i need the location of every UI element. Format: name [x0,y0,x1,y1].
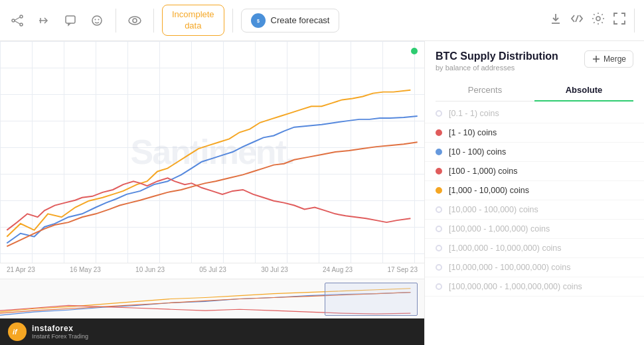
svg-text:$: $ [257,19,260,24]
merge-icon [592,54,601,64]
legend-item[interactable]: [0.1 - 1) coins [425,104,644,123]
legend-dot [436,129,442,136]
code-icon[interactable] [570,13,584,27]
emoji-icon[interactable] [86,10,108,31]
tab-absolute[interactable]: Absolute [534,80,633,102]
x-axis-labels: 21 Apr 23 16 May 23 10 Jun 23 05 Jul 23 … [0,266,424,273]
mini-chart[interactable] [0,279,424,318]
legend-label: [10,000 - 100,000) coins [449,205,538,214]
svg-point-11 [129,17,141,25]
legend-label: [10,000,000 - 100,000,000) coins [449,263,570,272]
svg-point-0 [12,19,15,22]
svg-line-3 [15,17,20,21]
svg-text:if: if [13,328,18,336]
chart-canvas: Santiment. [0,41,424,263]
svg-rect-7 [66,16,75,23]
divider-3 [232,9,233,33]
divider-4 [634,9,635,33]
instaforex-name: instaforex [32,324,88,333]
node-icon[interactable] [7,10,28,31]
x-axis: 21 Apr 23 16 May 23 10 Jun 23 05 Jul 23 … [0,263,424,279]
arrow-icon[interactable] [33,10,54,31]
svg-point-18 [596,17,600,21]
legend-item[interactable]: [10 - 100) coins [425,143,644,162]
legend-label: [100 - 1,000) coins [449,167,518,176]
legend-label: [1 - 10) coins [449,128,497,137]
comment-icon[interactable] [60,10,81,31]
legend-label: [1,000 - 10,000) coins [449,186,529,195]
legend-item[interactable]: [1 - 10) coins [425,123,644,143]
mini-chart-selector[interactable] [325,283,418,316]
toolbar-right-icons [549,12,626,29]
legend-dot [436,110,442,117]
x-label-2: 16 May 23 [70,266,101,273]
divider-2 [153,9,154,33]
svg-point-9 [95,19,96,20]
instaforex-text: instaforex Instant Forex Trading [32,324,88,340]
legend-dot [436,187,442,194]
fullscreen-icon[interactable] [613,12,626,29]
instaforex-bar: if instaforex Instant Forex Trading [0,318,424,345]
forecast-icon: $ [251,13,266,28]
x-label-4: 05 Jul 23 [199,266,226,273]
legend-dot [436,245,442,251]
legend-item[interactable]: [1,000 - 10,000) coins [425,181,644,200]
x-label-3: 10 Jun 23 [135,266,165,273]
svg-point-10 [98,19,100,20]
settings-icon[interactable] [592,12,605,29]
instaforex-logo: if [8,322,27,341]
x-label-5: 30 Jul 23 [261,266,288,273]
svg-line-17 [576,15,578,22]
main-area: Santiment. 21 Apr 23 16 May 23 10 Jun 23… [0,41,644,345]
incomplete-data-button[interactable]: Incomplete data [162,5,224,36]
legend-item[interactable]: [1,000,000 - 10,000,000) coins [425,239,644,258]
legend-label: [10 - 100) coins [449,147,506,157]
legend-dot [436,149,442,155]
legend-label: [0.1 - 1) coins [449,109,499,118]
legend-item[interactable]: [100,000,000 - 1,000,000,000) coins [425,277,644,297]
svg-point-1 [20,15,23,18]
eye-icon[interactable] [124,10,145,31]
legend-item[interactable]: [10,000,000 - 100,000,000) coins [425,258,644,277]
legend-item[interactable]: [100,000 - 1,000,000) coins [425,220,644,239]
legend-label: [1,000,000 - 10,000,000) coins [449,243,562,253]
svg-point-2 [20,23,23,26]
panel-header: BTC Supply Distribution by balance of ad… [425,41,644,102]
legend-dot [436,283,442,290]
right-panel: BTC Supply Distribution by balance of ad… [425,41,644,345]
legend-item[interactable]: [10,000 - 100,000) coins [425,200,644,220]
download-icon[interactable] [549,12,562,29]
legend-dot [436,264,442,271]
legend-list: [0.1 - 1) coins[1 - 10) coins[10 - 100) … [425,102,644,345]
chart-area: Santiment. 21 Apr 23 16 May 23 10 Jun 23… [0,41,425,345]
create-forecast-button[interactable]: $ Create forecast [241,9,340,33]
chart-svg [0,41,424,263]
legend-dot [436,226,442,232]
x-label-1: 21 Apr 23 [7,266,35,273]
legend-dot [436,206,442,213]
instaforex-tagline: Instant Forex Trading [32,333,88,340]
legend-dot [436,168,442,174]
svg-line-4 [15,21,20,24]
svg-point-12 [133,19,137,23]
tab-percents[interactable]: Percents [436,80,534,102]
svg-point-8 [92,16,102,25]
toolbar: Incomplete data $ Create forecast [0,0,644,41]
legend-item[interactable]: [100 - 1,000) coins [425,162,644,181]
legend-label: [100,000,000 - 1,000,000,000) coins [449,282,582,291]
x-label-7: 17 Sep 23 [387,266,418,273]
x-label-6: 24 Aug 23 [323,266,353,273]
divider-1 [116,9,116,33]
merge-button[interactable]: Merge [584,50,633,68]
legend-label: [100,000 - 1,000,000) coins [449,224,550,234]
panel-tabs: Percents Absolute [436,80,633,102]
